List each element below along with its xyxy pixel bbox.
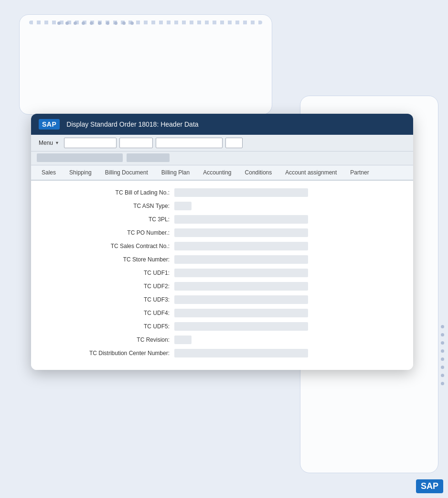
tab-conditions[interactable]: Conditions	[238, 165, 279, 181]
form-row-udf3: TC UDF3:	[41, 295, 404, 304]
label-store-number: TC Store Number:	[41, 256, 174, 263]
tab-billing-document[interactable]: Billing Document	[98, 165, 155, 181]
label-udf3: TC UDF3:	[41, 296, 174, 303]
chevron-down-icon: ▼	[55, 141, 59, 145]
label-po-number: TC PO Number.:	[41, 229, 174, 236]
tab-account-assignment[interactable]: Account assignment	[278, 165, 343, 181]
toolbar-input-2[interactable]	[119, 138, 153, 148]
tab-shipping[interactable]: Shipping	[63, 165, 98, 181]
sap-corner-logo: SAP	[416, 479, 443, 493]
menu-button[interactable]: Menu ▼	[37, 139, 61, 147]
breadcrumb-item-1	[37, 153, 123, 162]
value-revision	[174, 336, 192, 344]
window-title: Display Standard Order 18018: Header Dat…	[66, 120, 198, 128]
toolbar-input-1[interactable]	[64, 138, 117, 148]
form-row-bill-of-lading: TC Bill of Lading No.:	[41, 188, 404, 197]
value-sales-contract	[174, 242, 308, 250]
tab-partner[interactable]: Partner	[343, 165, 375, 181]
label-udf1: TC UDF1:	[41, 270, 174, 276]
label-udf2: TC UDF2:	[41, 283, 174, 290]
value-udf2	[174, 282, 308, 291]
breadcrumb-item-2	[127, 153, 170, 162]
value-asn-type	[174, 202, 192, 210]
sap-logo: SAP	[39, 119, 60, 130]
toolbar-input-3[interactable]	[156, 138, 223, 148]
form-row-udf5: TC UDF5:	[41, 322, 404, 331]
form-row-asn-type: TC ASN Type:	[41, 202, 404, 210]
menu-label: Menu	[39, 140, 53, 146]
value-distribution-center	[174, 349, 308, 357]
value-3pl	[174, 215, 308, 224]
form-row-store-number: TC Store Number:	[41, 255, 404, 264]
label-bill-of-lading: TC Bill of Lading No.:	[41, 189, 174, 196]
form-row-sales-contract: TC Sales Contract No.:	[41, 242, 404, 250]
form-row-udf4: TC UDF4:	[41, 309, 404, 317]
label-asn-type: TC ASN Type:	[41, 203, 174, 209]
label-sales-contract: TC Sales Contract No.:	[41, 243, 174, 249]
form-row-udf1: TC UDF1:	[41, 269, 404, 277]
form-row-3pl: TC 3PL:	[41, 215, 404, 224]
value-udf1	[174, 269, 308, 277]
bg-card-top	[19, 14, 272, 115]
tab-billing-plan[interactable]: Billing Plan	[155, 165, 196, 181]
label-distribution-center: TC Distribution Center Number:	[41, 350, 174, 357]
toolbar-input-4[interactable]	[225, 138, 243, 148]
label-udf5: TC UDF5:	[41, 323, 174, 330]
sap-header: SAP Display Standard Order 18018: Header…	[31, 114, 413, 135]
tab-accounting[interactable]: Accounting	[196, 165, 238, 181]
form-row-revision: TC Revision:	[41, 336, 404, 344]
form-row-distribution-center: TC Distribution Center Number:	[41, 349, 404, 357]
value-bill-of-lading	[174, 188, 308, 197]
form-body: TC Bill of Lading No.: TC ASN Type: TC 3…	[31, 181, 413, 370]
form-row-udf2: TC UDF2:	[41, 282, 404, 291]
label-revision: TC Revision:	[41, 336, 174, 343]
label-3pl: TC 3PL:	[41, 216, 174, 223]
value-udf5	[174, 322, 308, 331]
value-po-number	[174, 228, 308, 237]
tab-sales[interactable]: Sales	[35, 165, 63, 181]
breadcrumb-bar	[31, 152, 413, 165]
tab-bar: Sales Shipping Billing Document Billing …	[31, 165, 413, 181]
dots-right-decoration	[441, 325, 444, 385]
value-store-number	[174, 255, 308, 264]
value-udf4	[174, 309, 308, 317]
sap-toolbar: Menu ▼	[31, 135, 413, 152]
value-udf3	[174, 295, 308, 304]
dots-top-decoration	[57, 22, 134, 25]
label-udf4: TC UDF4:	[41, 310, 174, 316]
sap-window: SAP Display Standard Order 18018: Header…	[31, 114, 413, 370]
form-row-po-number: TC PO Number.:	[41, 228, 404, 237]
